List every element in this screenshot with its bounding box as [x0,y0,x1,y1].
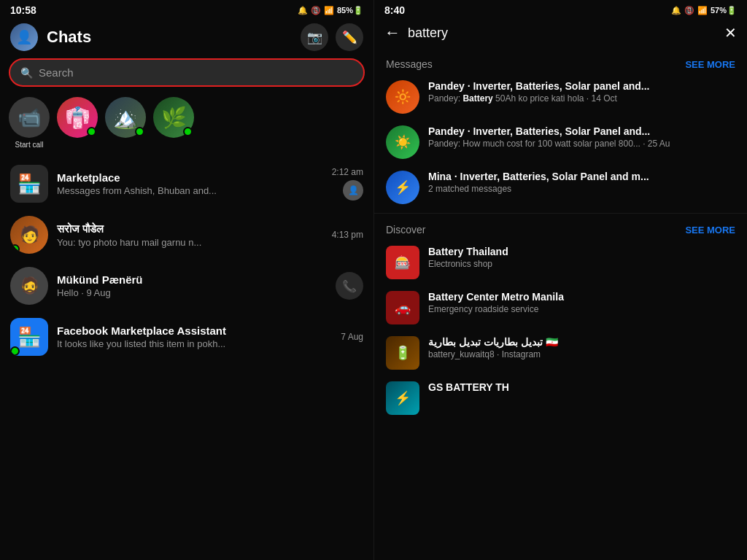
search-header: ← battery ✕ [374,19,747,51]
left-panel: 10:58 🔔 📵 📶 85%🔋 👤 Chats 📷 ✏️ 🔍 [0,0,374,560]
new-call-item[interactable]: 📹 Start call [9,97,50,149]
time-left: 10:58 [10,4,36,16]
page-title: Chats [47,28,301,47]
discover-section-title: Discover [386,224,425,236]
story-item-3[interactable]: 🌿 [153,97,194,138]
discover-result-4[interactable]: ⚡ GS BATTERY TH [374,376,747,421]
story-item-2[interactable]: 🏔️ [105,97,146,138]
chat-preview-marketplace: Messages from Ashish, Bhuban and... [57,185,323,196]
close-button[interactable]: ✕ [724,24,737,42]
story-avatar-wrap-3: 🌿 [153,97,194,138]
highlight-battery-1: Battery [462,93,492,104]
messages-section-title: Messages [386,58,433,70]
story-img-2: 🏔️ [113,106,139,130]
story-img-1: 👘 [65,106,90,130]
discover-avatar-3: 🔋 [386,336,419,370]
saroj-avatar-img: 🧑 [20,225,39,244]
chat-info-marketplace: Marketplace Messages from Ashish, Bhuban… [57,171,323,196]
message-result-2[interactable]: ☀️ Pandey · Inverter, Batteries, Solar P… [374,120,747,165]
chat-meta-fb-marketplace: 7 Aug [341,332,363,342]
message-result-1[interactable]: 🔆 Pandey · Inverter, Batteries, Solar pa… [374,74,747,120]
alarm-icon: 🔔 [298,6,308,15]
search-query-display: battery [408,26,717,41]
story-item-1[interactable]: 👘 [57,97,98,138]
discover-sub-2: Emergency roadside service [428,304,735,314]
chat-name-marketplace: Marketplace [57,171,323,184]
story-avatar-wrap-2: 🏔️ [105,97,146,138]
discover-sub-1: Electronics shop [428,259,735,269]
chat-item-mukund[interactable]: 🧔 Mükünd Pænërü Hello · 9 Aug 📞 [0,260,374,311]
result-info-2: Pandey · Inverter, Batteries, Solar Pane… [428,125,735,149]
result-avatar-2: ☀️ [386,125,419,159]
chat-name-mukund: Mükünd Pænërü [57,273,327,286]
camera-button[interactable]: 📷 [301,23,328,51]
discover-result-2[interactable]: 🚗 Battery Center Metro Manila Emergency … [374,285,747,330]
mukund-avatar-img: 🧔 [20,276,39,295]
time-right: 8:40 [384,4,405,16]
status-icons-left: 🔔 📵 📶 85%🔋 [298,6,363,15]
chat-preview-saroj: You: tyo photo haru mail garnu n... [57,237,323,248]
saroj-online-dot [10,244,20,254]
fb-marketplace-icon: 🏪 [18,326,41,349]
discover-name-1: Battery Thailand [428,246,735,257]
result-info-1: Pandey · Inverter, Batteries, Solar pane… [428,80,735,104]
discover-name-2: Battery Center Metro Manila [428,291,735,303]
discover-info-1: Battery Thailand Electronics shop [428,246,735,269]
status-bar-left: 10:58 🔔 📵 📶 85%🔋 [0,0,374,19]
discover-result-1[interactable]: 🎰 Battery Thailand Electronics shop [374,240,747,285]
message-result-3[interactable]: ⚡ Mina · Inverter, Batteries, Solar Pane… [374,165,747,210]
result-sub-2: Pandey: How much cost for 100 watt solar… [428,139,735,149]
chat-preview-fb-marketplace: It looks like you listed this item in po… [57,338,332,349]
discover-info-3: تبديل بطاريات تبديل بطارية 🇮🇷 battery_ku… [428,336,735,359]
result-avatar-3: ⚡ [386,171,419,204]
new-call-label: Start call [15,141,44,149]
small-avatar-marketplace: 👤 [343,180,363,201]
messages-see-more[interactable]: SEE MORE [685,59,735,70]
section-divider [374,213,747,214]
discover-name-4: GS BATTERY TH [428,381,735,393]
mute-icon: 📵 [311,6,321,15]
chat-item-marketplace[interactable]: 🏪 Marketplace Messages from Ashish, Bhub… [0,158,374,209]
online-dot-1 [87,127,96,136]
search-results: Messages SEE MORE 🔆 Pandey · Inverter, B… [374,51,747,560]
chat-time-marketplace: 2:12 am [332,167,363,177]
battery-right: 57%🔋 [711,6,737,15]
edit-button[interactable]: ✏️ [336,23,363,51]
chat-info-fb-marketplace: Facebook Marketplace Assistant It looks … [57,324,332,349]
chat-name-fb-marketplace: Facebook Marketplace Assistant [57,324,332,337]
online-dot-3 [183,127,193,136]
chat-preview-mukund: Hello · 9 Aug [57,287,327,298]
back-button[interactable]: ← [384,23,400,42]
wifi-icon-right: 📶 [697,6,708,15]
discover-result-3[interactable]: 🔋 تبديل بطاريات تبديل بطارية 🇮🇷 battery_… [374,330,747,376]
chat-list: 🏪 Marketplace Messages from Ashish, Bhub… [0,158,374,560]
story-img-3: 🌿 [161,106,187,130]
discover-avatar-1: 🎰 [386,246,419,279]
discover-section-header: Discover SEE MORE [374,217,747,240]
chat-item-saroj[interactable]: 🧑 सरोज पौडेल You: tyo photo haru mail ga… [0,209,374,260]
chat-time-saroj: 4:13 pm [332,230,363,240]
chat-meta-saroj: 4:13 pm [332,230,363,240]
fb-marketplace-online-dot [10,346,20,356]
chat-item-fb-marketplace[interactable]: 🏪 Facebook Marketplace Assistant It look… [0,311,374,362]
new-call-avatar-wrap: 📹 [9,97,50,138]
user-avatar[interactable]: 👤 [10,23,38,51]
result-info-3: Mina · Inverter, Batteries, Solar Panel … [428,171,735,194]
search-icon: 🔍 [20,67,33,79]
result-sub-3: 2 matched messages [428,184,735,194]
discover-info-4: GS BATTERY TH [428,381,735,394]
call-button-mukund[interactable]: 📞 [336,272,363,300]
discover-see-more[interactable]: SEE MORE [685,225,735,236]
marketplace-avatar: 🏪 [10,165,48,203]
status-icons-right: 🔔 📵 📶 57%🔋 [671,6,737,15]
chat-time-fb-marketplace: 7 Aug [341,332,363,342]
search-input[interactable] [39,66,353,79]
chat-name-saroj: सरोज पौडेल [57,222,323,236]
search-bar: 🔍 [9,58,365,87]
battery-left: 85%🔋 [337,6,363,15]
chat-info-saroj: सरोज पौडेल You: tyo photo haru mail garn… [57,222,323,248]
stories-row: 📹 Start call 👘 🏔️ [0,94,374,158]
saroj-avatar: 🧑 [10,216,48,254]
result-name-1: Pandey · Inverter, Batteries, Solar pane… [428,80,735,92]
result-sub-1: Pandey: Battery 50Ah ko price kati hola … [428,93,735,104]
